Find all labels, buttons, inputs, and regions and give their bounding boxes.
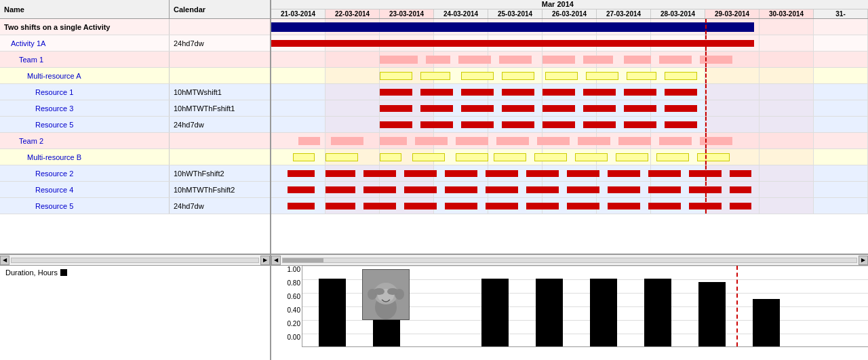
row-name-3: Multi-resource A: [0, 68, 170, 83]
row-name-text-8: Multi-resource B: [27, 153, 81, 161]
left-rows: Two shifts on a single Activity Activity…: [0, 19, 270, 254]
gantt-bar-9-11: [730, 170, 751, 177]
gantt-bar-8-10: [697, 153, 730, 161]
row-cal-0: [170, 26, 270, 28]
gantt-bar-3-7: [665, 72, 697, 80]
gantt-date-row: 21-03-201422-03-201423-03-201424-03-2014…: [271, 9, 868, 18]
gantt-bar-8-2: [380, 153, 401, 161]
gantt-bar-4-1: [420, 89, 453, 96]
gantt-bar-10-8: [608, 186, 640, 193]
gantt-bar-8-0: [293, 153, 315, 161]
grid-cell-9: [760, 84, 814, 100]
row-name-text-5: Resource 3: [35, 104, 73, 113]
grid-cell-10: [814, 100, 868, 116]
chart-bar-2: [481, 279, 509, 346]
left-scroll-track[interactable]: [11, 258, 259, 263]
gantt-bar-11-1: [326, 203, 355, 209]
row-name-10: Resource 4: [0, 182, 170, 197]
svg-point-9: [387, 288, 398, 295]
chart-bar-7: [753, 299, 780, 346]
gantt-bar-8-5: [494, 153, 526, 161]
gantt-header: Mar 2014 21-03-201422-03-201423-03-20142…: [271, 0, 868, 19]
row-cal-9: 10hWThFshift2: [170, 168, 270, 179]
gantt-bar-9-7: [567, 170, 599, 177]
gantt-bar-9-3: [404, 170, 437, 177]
gantt-month-label: Mar 2014: [542, 0, 574, 8]
row-name-8: Multi-resource B: [0, 149, 170, 165]
right-scroll-left-btn[interactable]: ◀: [271, 256, 281, 265]
row-multi-b: Multi-resource B: [0, 149, 270, 165]
row-cal-text-4: 10hMTWshift1: [174, 88, 222, 96]
row-name-text-4: Resource 1: [35, 88, 73, 96]
gantt-bar-9-9: [648, 170, 681, 177]
grid-cell-9: [760, 52, 814, 67]
left-scroll-right-btn[interactable]: ▶: [260, 256, 270, 265]
gantt-bar-10-2: [363, 186, 396, 193]
gantt-row-8: Multi-resource B: [271, 149, 868, 165]
left-panel: Name Calendar Two shifts on a single Act…: [0, 0, 271, 254]
row-cal-8: [170, 156, 270, 159]
grid-cell-10: [814, 84, 868, 100]
grid-cell-9: [760, 35, 814, 51]
gantt-bar-5-7: [665, 105, 697, 112]
row-name-0: Two shifts on a single Activity: [0, 19, 170, 35]
gantt-bar-11-2: [363, 203, 396, 209]
bottom-chart-container: 1.000.800.600.400.200.00: [271, 266, 868, 360]
row-name-7: Team 2: [0, 133, 170, 148]
gantt-bar-11-8: [608, 203, 640, 209]
grid-cell-10: [814, 165, 868, 181]
gantt-bar-6-3: [502, 121, 534, 128]
row-name-text-2: Team 1: [19, 56, 43, 64]
svg-point-8: [374, 288, 384, 295]
right-scroll-thumb[interactable]: [283, 258, 323, 262]
gantt-bar-2-7: [659, 56, 692, 64]
row-name-2: Team 1: [0, 52, 170, 67]
gantt-row-1: Activity 1A: [271, 35, 868, 52]
gantt-bar-7-9: [659, 137, 692, 145]
gantt-bar-4-6: [624, 89, 656, 96]
gantt-bar-10-9: [648, 186, 681, 193]
gantt-bar-7-7: [578, 137, 610, 145]
grid-cell-9: [760, 149, 814, 165]
gantt-bar-10-11: [730, 186, 751, 193]
gantt-bar-10-4: [445, 186, 477, 193]
gantt-bar-6-5: [583, 121, 616, 128]
gantt-bar-11-11: [730, 203, 751, 209]
dashed-line-4: [705, 84, 707, 100]
right-scroll-right-btn[interactable]: ▶: [859, 256, 868, 265]
y-label-1: 0.80: [288, 279, 300, 287]
gantt-row-5: Resource 3: [271, 100, 868, 117]
dashed-line-11: [705, 198, 707, 214]
gantt-bar-10-7: [567, 186, 599, 193]
date-cell-2: 23-03-2014: [380, 9, 434, 18]
gantt-bar-10-5: [486, 186, 518, 193]
gantt-bar-2-6: [624, 56, 651, 64]
left-scroll: ◀ ▶: [0, 255, 271, 265]
scroll-bar-area: ◀ ▶ ◀ ▶: [0, 254, 868, 265]
gantt-rows: Two shifts on a single ActivityActivity …: [271, 19, 868, 254]
gantt-bar-8-1: [326, 153, 358, 161]
header-name-label: Name: [4, 5, 24, 14]
bottom-area: Duration, Hours 1.000.800.600.400.200.00: [0, 265, 868, 360]
grid-cell-10: [814, 149, 868, 165]
row-name-text-0: Two shifts on a single Activity: [4, 23, 110, 31]
gantt-bar-5-5: [583, 105, 616, 112]
gantt-bar-9-0: [288, 170, 315, 177]
left-scroll-left-btn[interactable]: ◀: [0, 256, 9, 265]
y-label-0: 1.00: [288, 266, 300, 273]
gantt-bar-7-5: [496, 137, 529, 145]
gantt-row-6: Resource 5: [271, 117, 868, 133]
dashed-line-5: [705, 100, 707, 116]
gantt-bar-9-1: [326, 170, 355, 177]
row-team-2: Team 2: [0, 133, 270, 149]
right-scroll-track[interactable]: [282, 258, 857, 263]
gantt-bar-11-7: [567, 203, 599, 209]
row-cal-text-6: 24hd7dw: [174, 121, 204, 129]
monkey-image: [362, 269, 410, 320]
gantt-row-2: Team 1: [271, 52, 868, 68]
grid-cell-8: [705, 68, 760, 83]
grid-cell-9: [760, 133, 814, 148]
gantt-month-row: Mar 2014: [271, 0, 868, 9]
gantt-bar-4-0: [380, 89, 412, 96]
header-calendar-col: Calendar: [170, 3, 270, 16]
